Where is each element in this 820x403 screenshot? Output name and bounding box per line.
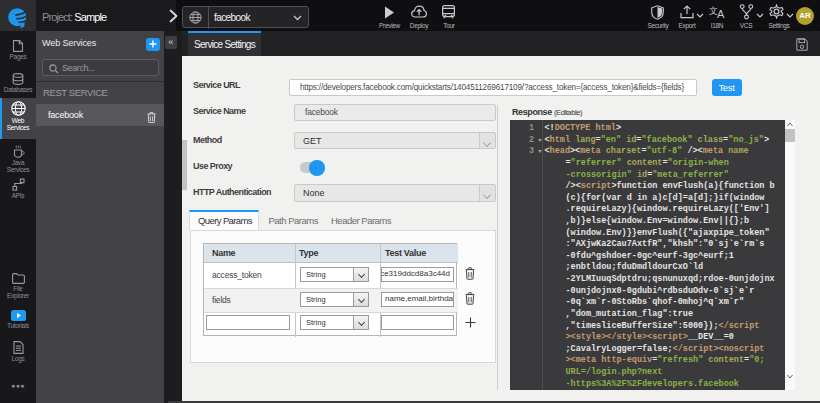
svg-text:A: A (717, 8, 725, 19)
